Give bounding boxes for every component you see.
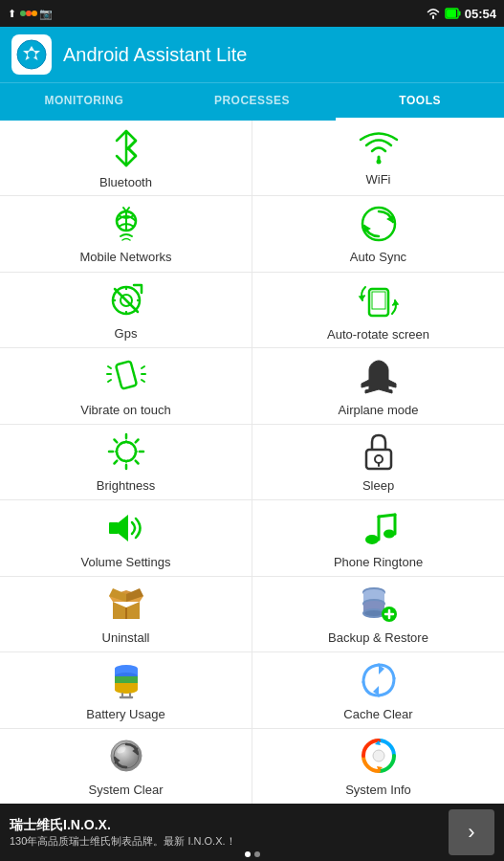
ringtone-label: Phone Ringtone [334,555,423,569]
grid-item-auto-sync[interactable]: Auto Sync [252,196,504,271]
tab-monitoring[interactable]: MONITORING [0,83,168,121]
svg-line-34 [135,440,138,443]
cache-label: Cache Clear [343,707,412,721]
notification-icons [20,7,35,20]
ad-text: 瑞士维氏I.N.O.X. 130年高品质瑞士维氏制表品牌。最新 I.N.O.X.… [10,817,449,849]
grid-item-volume[interactable]: Volume Settings [0,500,252,575]
system-clear-icon [103,735,149,777]
battery-label: Battery Usage [86,707,164,721]
gps-label: Gps [115,326,138,341]
svg-line-26 [142,380,144,382]
system-clear-label: System Clear [88,783,163,797]
svg-rect-4 [458,11,460,16]
wifi-status-icon [425,7,442,20]
mobile-networks-label: Mobile Networks [79,250,171,264]
svg-point-60 [115,686,138,694]
status-bar: ⬆ 📷 05:54 [0,0,504,27]
svg-point-7 [28,51,35,58]
battery-status-icon [446,7,461,20]
svg-line-32 [114,440,117,443]
svg-rect-39 [109,522,119,534]
sleep-icon [356,430,402,473]
system-info-icon [356,735,402,777]
svg-point-1 [26,11,32,16]
grid-item-vibrate[interactable]: Vibrate on touch [0,348,252,423]
svg-point-37 [375,455,383,463]
ad-title: 瑞士维氏I.N.O.X. [10,817,449,834]
grid-item-auto-rotate[interactable]: Auto-rotate screen [252,273,504,347]
mobile-networks-icon [103,204,149,244]
svg-line-44 [379,515,395,517]
sleep-label: Sleep [362,478,394,493]
svg-line-35 [114,461,117,464]
tools-grid: Bluetooth WiFi [0,121,504,804]
backup-icon [356,583,402,625]
nav-tabs: MONITORING PROCESSES TOOLS [0,82,504,121]
auto-sync-icon [356,204,402,244]
tab-tools[interactable]: TOOLS [336,83,504,121]
grid-item-system-info[interactable]: System Info [252,729,504,804]
grid-item-ringtone[interactable]: Phone Ringtone [252,500,504,575]
uninstall-label: Uninstall [102,630,150,645]
grid-item-brightness[interactable]: Brightness [0,425,252,499]
grid-item-airplane[interactable]: Airplane mode [252,348,504,423]
svg-point-40 [365,535,379,544]
wifi-icon [356,130,402,166]
cache-icon [356,659,402,701]
ad-dot-1 [245,851,251,857]
battery-usage-icon [103,659,149,701]
grid-item-wifi[interactable]: WiFi [252,121,504,195]
status-left-icons: ⬆ 📷 [8,7,53,20]
grid-item-backup[interactable]: Backup & Restore [252,577,504,651]
volume-icon [103,507,149,549]
grid-item-mobile-networks[interactable]: Mobile Networks [0,196,252,271]
usb-icon: ⬆ [8,8,16,20]
brightness-label: Brightness [97,478,155,493]
app-logo [11,34,52,75]
ringtone-icon [356,507,402,549]
grid-item-cache[interactable]: Cache Clear [252,652,504,727]
svg-point-67 [373,750,384,762]
svg-point-8 [376,159,381,164]
ad-banner: 瑞士维氏I.N.O.X. 130年高品质瑞士维氏制表品牌。最新 I.N.O.X.… [0,804,504,861]
svg-line-24 [142,366,144,368]
svg-point-2 [32,11,37,16]
auto-rotate-label: Auto-rotate screen [327,327,429,342]
gps-icon [103,280,149,320]
ad-arrow-button[interactable]: › [449,809,494,855]
svg-point-0 [20,11,26,16]
auto-sync-label: Auto Sync [350,250,406,264]
svg-rect-20 [115,361,136,388]
svg-rect-19 [372,292,385,309]
vibrate-icon [103,355,149,397]
tab-processes[interactable]: PROCESSES [168,83,337,121]
grid-item-uninstall[interactable]: Uninstall [0,577,252,651]
svg-point-27 [117,442,136,461]
camera-icon: 📷 [39,8,53,20]
grid-item-battery[interactable]: Battery Usage [0,652,252,727]
grid-item-bluetooth[interactable]: Bluetooth [0,121,252,195]
ad-subtitle: 130年高品质瑞士维氏制表品牌。最新 I.N.O.X.！ [10,834,449,849]
svg-line-21 [108,366,111,368]
app-title: Android Assistant Lite [63,44,247,66]
grid-item-gps[interactable]: Gps [0,273,252,347]
airplane-icon [356,355,402,397]
bluetooth-label: Bluetooth [99,175,152,189]
bluetooth-icon [103,127,149,169]
svg-line-13 [115,289,138,312]
vibrate-label: Vibrate on touch [80,403,170,417]
svg-line-33 [135,461,138,464]
backup-label: Backup & Restore [328,630,428,645]
grid-item-system-clear[interactable]: System Clear [0,729,252,804]
app-header: Android Assistant Lite [0,27,504,82]
svg-line-23 [108,380,111,382]
grid-item-sleep[interactable]: Sleep [252,425,504,499]
status-time: 05:54 [465,7,496,21]
ad-dot-2 [254,851,260,857]
ad-page-indicator [245,851,260,857]
svg-rect-5 [447,10,456,17]
wifi-label: WiFi [366,172,391,187]
auto-rotate-icon [356,279,402,321]
svg-point-50 [363,609,384,617]
volume-label: Volume Settings [81,555,171,569]
